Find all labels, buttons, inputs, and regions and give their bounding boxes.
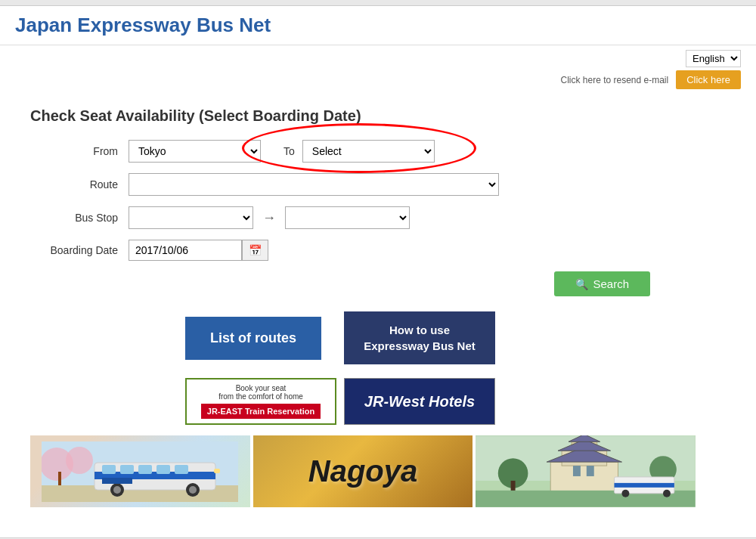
bus-stop-to-select[interactable] <box>285 206 410 229</box>
resend-text: Click here to resend e-mail <box>560 75 668 85</box>
svg-rect-4 <box>58 472 61 485</box>
promo-banner-row: Book your seatfrom the comfort of home J… <box>30 378 650 425</box>
svg-rect-26 <box>573 466 581 476</box>
svg-rect-17 <box>102 478 132 484</box>
castle-illustration <box>476 435 696 507</box>
list-of-routes-button[interactable]: List of routes <box>185 317 321 360</box>
boarding-date-input[interactable] <box>129 240 242 261</box>
svg-point-15 <box>189 486 197 494</box>
svg-point-36 <box>663 490 671 497</box>
language-select[interactable]: English 日本語 中文 한국어 <box>686 50 741 67</box>
jr-west-label: JR-West Hotels <box>364 393 475 410</box>
from-label: From <box>30 145 129 157</box>
how-to-subtitle: Expressway Bus Net <box>364 339 476 352</box>
search-button[interactable]: 🔍 Search <box>554 271 650 296</box>
calendar-button[interactable]: 📅 <box>242 240 268 261</box>
from-to-row: From Tokyo Osaka Nagoya To Select Osaka … <box>30 140 650 163</box>
route-label: Route <box>30 178 129 191</box>
to-label: To <box>284 145 295 157</box>
boarding-date-row: Boarding Date 📅 <box>30 240 650 261</box>
route-select[interactable] <box>129 173 499 196</box>
bus-stop-from-select[interactable] <box>129 206 253 229</box>
svg-rect-20 <box>551 462 618 492</box>
bus-stop-row: Bus Stop → <box>30 206 650 229</box>
click-here-button[interactable]: Click here <box>676 70 741 89</box>
from-select[interactable]: Tokyo Osaka Nagoya <box>129 140 261 163</box>
images-row: Nagoya <box>30 435 696 507</box>
boarding-date-label: Boarding Date <box>30 244 129 256</box>
svg-rect-8 <box>120 465 134 474</box>
jr-east-top-text: Book your seatfrom the comfort of home <box>218 384 303 401</box>
bus-illustration <box>42 441 238 502</box>
booking-form: From Tokyo Osaka Nagoya To Select Osaka … <box>30 140 650 261</box>
svg-point-3 <box>66 447 93 474</box>
jr-west-banner[interactable]: JR-West Hotels <box>344 378 495 425</box>
nagoya-image: Nagoya <box>253 435 473 507</box>
search-row: 🔍 Search <box>30 271 650 296</box>
section-title: Check Seat Availability (Select Boarding… <box>30 107 726 125</box>
bus-image <box>30 435 250 507</box>
svg-rect-10 <box>156 465 170 474</box>
osaka-castle-image <box>476 435 696 507</box>
jr-east-banner[interactable]: Book your seatfrom the comfort of home J… <box>185 378 336 425</box>
search-icon: 🔍 <box>575 278 588 290</box>
jr-east-label: JR-EAST Train Reservation <box>201 404 321 419</box>
how-to-title: How to use <box>389 324 450 336</box>
svg-point-13 <box>113 486 121 494</box>
svg-point-35 <box>622 490 630 497</box>
to-wrapper: Select Osaka Nagoya Kyoto Hiroshima <box>302 140 435 163</box>
site-title: Japan Expressway Bus Net <box>15 14 741 37</box>
svg-rect-16 <box>214 469 220 473</box>
search-label: Search <box>593 277 629 290</box>
to-select[interactable]: Select Osaka Nagoya Kyoto Hiroshima <box>302 140 435 163</box>
route-row: Route <box>30 173 650 196</box>
info-button-row: List of routes How to use Expressway Bus… <box>30 311 650 364</box>
svg-rect-34 <box>615 483 674 488</box>
how-to-use-button[interactable]: How to use Expressway Bus Net <box>344 311 495 364</box>
main-content: Check Seat Availability (Select Boarding… <box>0 92 756 537</box>
svg-rect-9 <box>138 465 152 474</box>
arrow-icon: → <box>262 210 276 226</box>
svg-rect-29 <box>511 481 516 492</box>
nagoya-text: Nagoya <box>308 454 418 488</box>
language-bar: English 日本語 中文 한국어 <box>0 45 756 69</box>
bus-stop-label: Bus Stop <box>30 212 129 224</box>
svg-rect-7 <box>102 465 116 474</box>
svg-rect-27 <box>587 466 594 476</box>
header: Japan Expressway Bus Net <box>0 6 756 45</box>
top-decorative-bar <box>0 0 756 6</box>
resend-bar: Click here to resend e-mail Click here <box>0 69 756 92</box>
svg-rect-11 <box>175 465 188 474</box>
